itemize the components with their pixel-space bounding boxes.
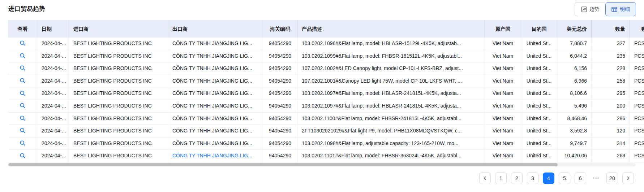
destination-cell: United St... (521, 38, 557, 50)
view-cell (8, 113, 37, 125)
horizontal-scrollbar-track[interactable] (8, 163, 636, 166)
description-cell: 103.0202.1098#&Flat lamp, adjustable cap… (297, 138, 485, 150)
table-row: 2024-04-...BEST LIGHTING PRODUCTS INCCÔN… (8, 138, 644, 150)
usd_total-cell: 6,156 (557, 62, 592, 75)
quantity-cell: 295 (592, 87, 630, 100)
exporter-cell[interactable]: CÔNG TY TNHH JIANGJING LIG... (168, 62, 263, 75)
pagination-page-4[interactable]: 4 (543, 173, 554, 184)
quantity-cell: 327 (592, 38, 630, 50)
magnifier-icon[interactable] (19, 102, 27, 110)
usd_total-cell: 9,749.7 (557, 138, 592, 150)
importer-cell: BEST LIGHTING PRODUCTS INC (69, 138, 168, 150)
pagination-page-20[interactable]: 20 (606, 173, 618, 184)
description-cell: 107.0202.1001#&Canopy LED light 75W, mod… (297, 75, 485, 87)
detail-button[interactable]: 明细 (605, 2, 636, 16)
pagination-prev-button[interactable] (479, 173, 491, 184)
hs_code-cell: 94054290 (263, 50, 297, 62)
magnifier-icon[interactable] (19, 114, 27, 122)
trend-button-label: 趋势 (589, 6, 600, 13)
magnifier-icon[interactable] (19, 127, 27, 135)
usd_total-cell: 8,468.46 (557, 113, 592, 125)
exporter-cell[interactable]: CÔNG TY TNHH JIANGJING LIG... (168, 38, 263, 50)
column-header-date: 日期 (37, 20, 69, 38)
quantity-cell: 200 (592, 100, 630, 112)
pagination-page-5[interactable]: 5 (559, 173, 570, 184)
pagination: 123456•••20 (479, 173, 634, 184)
unit-cell: PCS (630, 38, 644, 50)
origin-cell: Viet Nam (485, 100, 521, 112)
magnifier-icon[interactable] (19, 52, 27, 60)
table-row: 2024-04-...BEST LIGHTING PRODUCTS INCCÔN… (8, 100, 644, 113)
view-cell (8, 87, 37, 100)
table-row: 2024-04-...BEST LIGHTING PRODUCTS INCCÔN… (8, 62, 644, 75)
quantity-cell: 258 (592, 75, 630, 87)
unit-cell: PCS (630, 150, 644, 162)
import-trade-trends-page: 进口贸易趋势 趋势 明细 (0, 0, 644, 192)
usd_total-cell: 8,106.6 (557, 87, 592, 100)
view-toggle: 趋势 明细 (575, 2, 636, 16)
column-header-importer: 进口商 (69, 20, 168, 38)
table-row: 2024-04-...BEST LIGHTING PRODUCTS INCCÔN… (8, 50, 644, 63)
exporter-cell[interactable]: CÔNG TY TNHH JIANGJING LIG... (168, 150, 263, 162)
horizontal-scrollbar-thumb[interactable] (8, 163, 558, 166)
exporter-cell[interactable]: CÔNG TY TNHH JIANGJING LIG... (168, 87, 263, 100)
origin-cell: Viet Nam (485, 125, 521, 137)
chevron-left-icon (483, 176, 487, 180)
usd_total-cell: 3,592.8 (557, 125, 592, 137)
unit-cell: PCS (630, 50, 644, 62)
trend-button[interactable]: 趋势 (575, 2, 605, 16)
table-row: 2024-04-...BEST LIGHTING PRODUCTS INCCÔN… (8, 113, 644, 125)
exporter-cell[interactable]: CÔNG TY TNHH JIANGJING LIG... (168, 100, 263, 112)
origin-cell: Viet Nam (485, 62, 521, 75)
magnifier-icon[interactable] (19, 77, 27, 85)
usd_total-cell: 7,880.7 (557, 38, 592, 50)
table-row: 2024-04-...BEST LIGHTING PRODUCTS INCCÔN… (8, 75, 644, 88)
view-cell (8, 125, 37, 137)
pagination-page-2[interactable]: 2 (511, 173, 523, 184)
usd_total-cell: 5,496 (557, 100, 592, 112)
magnifier-icon[interactable] (19, 64, 27, 72)
magnifier-icon[interactable] (19, 152, 27, 160)
magnifier-icon[interactable] (19, 139, 27, 147)
destination-cell: United St... (521, 100, 557, 112)
exporter-cell[interactable]: CÔNG TY TNHH JIANGJING LIG... (168, 75, 263, 87)
magnifier-icon[interactable] (19, 89, 27, 97)
hs_code-cell: 94054290 (263, 62, 297, 75)
description-cell: 103.0202.1097#&Flat lamp, model: HBLASR-… (297, 100, 485, 112)
importer-cell: BEST LIGHTING PRODUCTS INC (69, 150, 168, 162)
origin-cell: Viet Nam (485, 50, 521, 62)
date-cell: 2024-04-... (37, 38, 69, 50)
exporter-cell[interactable]: CÔNG TY TNHH JIANGJING LIG... (168, 125, 263, 137)
description-cell: 103.0202.1100#&Flat lamp, model: FHBSR-2… (297, 113, 485, 125)
date-cell: 2024-04-... (37, 138, 69, 150)
importer-cell: BEST LIGHTING PRODUCTS INC (69, 125, 168, 137)
pagination-page-6[interactable]: 6 (575, 173, 586, 184)
table-header: 查看日期进口商出口商海关编码产品描述原产国目的国美元总价数量数量单位 (8, 20, 644, 38)
trade-records-table: 查看日期进口商出口商海关编码产品描述原产国目的国美元总价数量数量单位 2024-… (8, 20, 644, 162)
description-cell: 103.0202.1097#&Flat lamp, model: HBLASR-… (297, 87, 485, 100)
description-cell: 103.0202.1096#&Flat lamp, model: HBLASR-… (297, 38, 485, 50)
hs_code-cell: 94054290 (263, 125, 297, 137)
destination-cell: United St... (521, 75, 557, 87)
pagination-page-3[interactable]: 3 (527, 173, 538, 184)
exporter-cell[interactable]: CÔNG TY TNHH JIANGJING LIG... (168, 138, 263, 150)
table-header-row: 查看日期进口商出口商海关编码产品描述原产国目的国美元总价数量数量单位 (8, 20, 644, 38)
view-cell (8, 62, 37, 75)
destination-cell: United St... (521, 138, 557, 150)
table-icon (611, 6, 617, 12)
pagination-next-button[interactable] (622, 173, 634, 184)
destination-cell: United St... (521, 150, 557, 162)
detail-button-label: 明细 (620, 6, 630, 13)
unit-cell: PCS (630, 100, 644, 112)
exporter-cell[interactable]: CÔNG TY TNHH JIANGJING LIG... (168, 113, 263, 125)
pagination-ellipsis[interactable]: ••• (591, 173, 602, 184)
description-cell: 2FT10302021029#&Flat light P9, model: PH… (297, 125, 485, 137)
usd_total-cell: 6,044.2 (557, 50, 592, 62)
importer-cell: BEST LIGHTING PRODUCTS INC (69, 87, 168, 100)
view-cell (8, 75, 37, 87)
destination-cell: United St... (521, 62, 557, 75)
hs_code-cell: 94054290 (263, 150, 297, 162)
magnifier-icon[interactable] (19, 39, 27, 47)
exporter-cell[interactable]: CÔNG TY TNHH JIANGJING LIG... (168, 50, 263, 62)
pagination-page-1[interactable]: 1 (495, 173, 507, 184)
